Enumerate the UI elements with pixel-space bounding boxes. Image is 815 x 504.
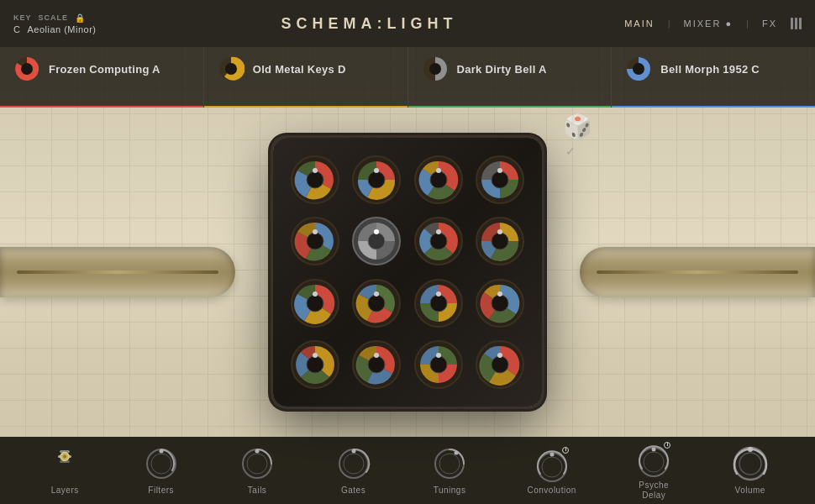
- tails-control[interactable]: Tails: [239, 445, 276, 496]
- svg-point-66: [430, 356, 447, 373]
- instrument-panel-3[interactable]: Dark Dirty Bell A: [408, 47, 613, 108]
- svg-point-18: [430, 171, 447, 188]
- gates-knob-area: [335, 445, 372, 482]
- check-icon: ✓: [565, 144, 576, 158]
- grid-knob-2-4[interactable]: [472, 213, 529, 270]
- svg-point-54: [492, 295, 508, 312]
- svg-point-27: [313, 229, 318, 234]
- bottom-controls: Layers Filters Tails: [0, 437, 815, 504]
- svg-point-50: [430, 295, 447, 312]
- svg-point-62: [368, 356, 385, 373]
- svg-point-1: [21, 63, 33, 75]
- svg-point-84: [344, 454, 364, 474]
- grid-knob-1-4[interactable]: [472, 151, 529, 208]
- svg-point-14: [368, 171, 385, 188]
- volume-control[interactable]: Volume: [732, 445, 769, 496]
- grid-view-icon[interactable]: [791, 18, 802, 29]
- convolution-power-icon[interactable]: [562, 447, 569, 454]
- svg-point-81: [247, 454, 267, 474]
- svg-point-82: [255, 449, 260, 454]
- grid-knob-1-2[interactable]: [349, 151, 406, 208]
- grid-knob-4-4[interactable]: [472, 337, 529, 394]
- convolution-control[interactable]: Convolution: [527, 445, 576, 496]
- svg-point-63: [374, 353, 379, 358]
- svg-point-59: [313, 353, 318, 358]
- tails-label: Tails: [248, 486, 267, 496]
- svg-point-11: [313, 168, 318, 173]
- svg-point-58: [307, 356, 323, 373]
- grid-knob-1-1[interactable]: [287, 151, 344, 208]
- svg-point-15: [374, 168, 379, 173]
- key-label: KEY: [13, 13, 32, 22]
- tunings-control[interactable]: Tunings: [431, 445, 468, 496]
- svg-point-87: [439, 454, 460, 474]
- svg-point-97: [748, 447, 753, 452]
- gates-control[interactable]: Gates: [335, 445, 372, 496]
- key-scale-info: KEY SCALE 🔒 C Aeolian (Minor): [13, 13, 114, 34]
- svg-point-55: [497, 291, 502, 297]
- convolution-knob-area: [534, 445, 570, 482]
- svg-point-85: [351, 449, 355, 454]
- svg-point-10: [307, 171, 323, 188]
- lock-icon: 🔒: [75, 13, 85, 23]
- grid-knob-2-2-center[interactable]: [349, 213, 406, 270]
- central-area: 🎲 ✓: [0, 108, 815, 437]
- svg-point-51: [436, 291, 441, 297]
- grid-knob-3-2[interactable]: [349, 275, 406, 332]
- grid-knob-3-3[interactable]: [410, 275, 467, 332]
- svg-point-70: [492, 356, 508, 373]
- convolution-label: Convolution: [527, 486, 576, 496]
- scale-label: SCALE: [39, 13, 69, 22]
- dice-icon[interactable]: 🎲: [563, 113, 592, 140]
- grid-knob-3-4[interactable]: [472, 275, 529, 332]
- instrument-name-3: Dark Dirty Bell A: [457, 63, 547, 76]
- instrument-pie-3: [422, 55, 449, 82]
- svg-point-26: [307, 233, 323, 249]
- layers-knob-area: [46, 445, 83, 482]
- instrument-panel-2[interactable]: Old Metal Keys D: [204, 47, 408, 108]
- nav-main-button[interactable]: MAIN: [624, 18, 655, 29]
- psyche-delay-label: PsycheDelay: [639, 480, 669, 501]
- nav-fx-button[interactable]: FX: [762, 18, 777, 29]
- svg-point-22: [492, 171, 508, 188]
- grid-knob-2-3[interactable]: [410, 213, 467, 270]
- psyche-delay-knob-area: [635, 440, 672, 477]
- instrument-pie-1: [13, 55, 40, 82]
- filters-control[interactable]: Filters: [143, 445, 180, 496]
- gates-label: Gates: [341, 486, 365, 496]
- volume-knob-area: [732, 445, 769, 482]
- svg-point-76: [63, 455, 66, 459]
- nav-buttons: MAIN | MIXER ● | FX: [624, 18, 802, 29]
- instrument-panel-1[interactable]: Frozen Computing A: [0, 47, 204, 108]
- svg-point-78: [151, 454, 171, 474]
- instrument-name-2: Old Metal Keys D: [253, 63, 346, 76]
- svg-point-35: [436, 229, 441, 234]
- instrument-panel-4[interactable]: Bell Morph 1952 C: [612, 47, 815, 108]
- svg-point-46: [368, 295, 385, 312]
- svg-point-7: [633, 63, 644, 75]
- nav-mixer-button[interactable]: MIXER ●: [684, 18, 734, 29]
- svg-point-38: [492, 233, 508, 249]
- volume-label: Volume: [735, 486, 765, 496]
- instrument-grid: 🎲 ✓: [273, 138, 542, 407]
- svg-point-34: [430, 233, 447, 249]
- svg-point-88: [455, 451, 459, 455]
- grid-knob-2-1[interactable]: [287, 213, 344, 270]
- grid-knob-1-3[interactable]: [410, 151, 467, 208]
- layers-control[interactable]: Layers: [46, 445, 83, 496]
- nav-separator-2: |: [746, 18, 749, 29]
- instrument-underline-1: [0, 106, 203, 108]
- svg-point-39: [497, 229, 502, 234]
- side-tube-left: [0, 247, 235, 297]
- grid-knob-4-1[interactable]: [287, 337, 344, 394]
- svg-point-3: [225, 63, 237, 75]
- instrument-pie-2: [218, 55, 244, 82]
- grid-knob-3-1[interactable]: [287, 275, 344, 332]
- grid-knob-4-3[interactable]: [410, 337, 467, 394]
- grid-knob-4-2[interactable]: [349, 337, 406, 394]
- psyche-delay-control[interactable]: PsycheDelay: [635, 440, 672, 501]
- filters-knob-area: [143, 445, 180, 482]
- svg-point-67: [436, 353, 441, 358]
- key-value: C: [13, 24, 20, 34]
- svg-point-90: [542, 457, 562, 477]
